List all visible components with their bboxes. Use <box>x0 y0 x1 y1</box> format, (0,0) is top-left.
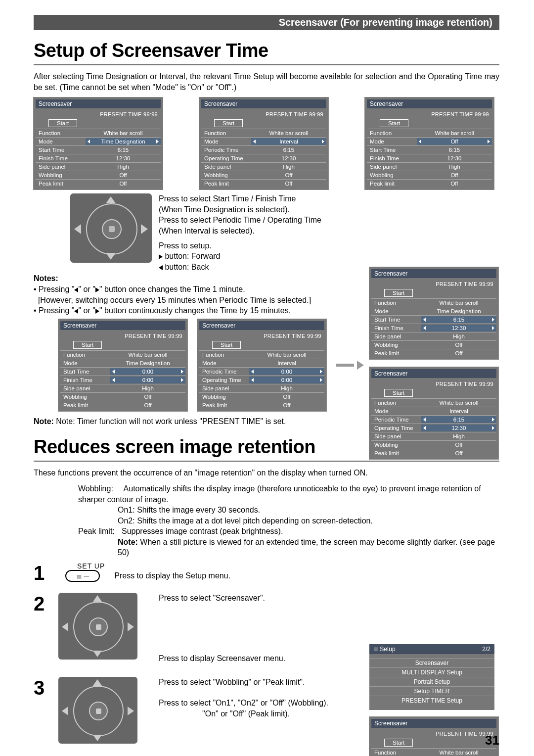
menu-item[interactable]: PRESENT TIME Setup <box>369 696 494 705</box>
osd-row-label: Operating Time <box>371 425 421 431</box>
osd-row-label: Periodic Time <box>371 417 421 423</box>
osd-row-value[interactable]: Off <box>251 172 326 179</box>
step-text: Press to select "On1", "On2" or "Off" (W… <box>159 699 328 708</box>
osd-row-value[interactable]: High <box>251 163 326 170</box>
osd-row-value[interactable]: 0:00 <box>249 377 324 383</box>
osd-row-value[interactable]: Off <box>417 138 492 145</box>
osd-row-value[interactable]: Off <box>421 341 496 348</box>
osd-row-label: Side panel <box>201 164 251 170</box>
osd-row-value[interactable]: Off <box>86 180 161 187</box>
instruction-line: (When Interval is selected). <box>159 226 499 236</box>
osd-row-value[interactable]: 6:15 <box>421 316 496 323</box>
osd-row-value[interactable]: Interval <box>421 408 496 415</box>
osd-row-value[interactable]: White bar scroll <box>110 351 185 358</box>
osd-row-value[interactable]: Off <box>86 172 161 179</box>
osd-row-value[interactable]: 12:30 <box>421 425 496 431</box>
osd-row-value[interactable]: Time Designation <box>110 360 185 367</box>
note-label: Note: <box>118 538 138 546</box>
osd-row-value[interactable]: White bar scroll <box>421 299 496 306</box>
osd-start-button[interactable]: Start <box>214 119 243 127</box>
feature-label: Wobbling: <box>78 483 122 494</box>
osd-row-value[interactable]: High <box>421 433 496 440</box>
osd-row-value[interactable]: White bar scroll <box>86 130 161 137</box>
osd-start-button[interactable]: Start <box>48 119 77 127</box>
osd-row-value[interactable]: Interval <box>249 360 324 367</box>
osd-row-value[interactable]: White bar scroll <box>417 130 492 137</box>
osd-row-label: Peak limit <box>371 350 421 356</box>
osd-row-value[interactable]: 6:15 <box>417 146 492 153</box>
osd-row-value[interactable]: Off <box>421 441 496 448</box>
osd-row-label: Side panel <box>36 164 86 170</box>
osd-row-value[interactable]: Off <box>421 350 496 357</box>
osd-row-value[interactable]: 0:00 <box>249 368 324 375</box>
osd-row-value[interactable]: High <box>421 333 496 340</box>
osd-present-time: PRESENT TIME 99:99 <box>371 280 496 289</box>
osd-row-value[interactable]: Off <box>417 172 492 179</box>
osd-row-value[interactable]: High <box>86 163 161 170</box>
instruction-text: button: Back <box>163 263 209 271</box>
osd-row-value[interactable]: White bar scroll <box>249 351 324 358</box>
osd-present-time: PRESENT TIME 99:99 <box>367 110 492 119</box>
osd-right-column: Screensaver PRESENT TIME 99:99 Start Fun… <box>369 267 498 459</box>
osd-panel-interval: Screensaver PRESENT TIME 99:99 Start Fun… <box>199 97 328 189</box>
osd-row-value[interactable]: 6:15 <box>86 146 161 153</box>
osd-present-time: PRESENT TIME 99:99 <box>60 332 185 341</box>
osd-row-value[interactable]: High <box>417 163 492 170</box>
osd-row-value[interactable]: 0:00 <box>110 377 185 383</box>
osd-start-button[interactable]: Start <box>384 389 413 397</box>
menu-title: Setup <box>380 646 395 653</box>
menu-item[interactable]: MULTI DISPLAY Setup <box>369 667 494 677</box>
osd-row-value[interactable]: Interval <box>251 138 326 145</box>
setup-button-icon[interactable]: ≣ ─ <box>65 570 100 582</box>
osd-row-label: Function <box>371 750 421 756</box>
osd-row-label: Start Time <box>60 369 110 375</box>
osd-row-value[interactable]: Off <box>249 402 324 409</box>
osd-row-label: Operating Time <box>201 155 251 161</box>
osd-row-value[interactable]: Time Designation <box>421 308 496 315</box>
osd-start-button[interactable]: Start <box>380 119 408 127</box>
intro-paragraph: After selecting Time Designation or Inte… <box>34 71 499 93</box>
menu-item[interactable]: Portrait Setup <box>369 677 494 686</box>
menu-item[interactable]: Screensaver <box>369 658 494 667</box>
osd-row-value[interactable]: White bar scroll <box>421 749 496 756</box>
osd-row-label: Mode <box>371 308 421 314</box>
step-number-2: 2 <box>34 593 44 615</box>
instruction-line: (When Time Designation is selected). <box>159 204 499 215</box>
osd-row-value[interactable]: 0:00 <box>110 368 185 375</box>
osd-row-value[interactable]: Time Designation <box>86 138 161 145</box>
osd-row-value[interactable]: 12:30 <box>417 155 492 162</box>
osd-row-value[interactable]: Off <box>251 180 326 187</box>
osd-row-value[interactable]: White bar scroll <box>251 130 326 137</box>
osd-row-value[interactable]: 12:30 <box>251 155 326 162</box>
osd-present-time: PRESENT TIME 99:99 <box>371 730 496 739</box>
osd-start-button[interactable]: Start <box>73 341 102 349</box>
osd-row-label: Mode <box>371 408 421 414</box>
osd-row-label: Start Time <box>371 317 421 323</box>
page-header: Screensaver (For preventing image retent… <box>34 15 499 30</box>
feature-label: Peak limit: <box>78 526 122 537</box>
osd-row-value[interactable]: High <box>110 385 185 392</box>
osd-row-value[interactable]: 6:15 <box>251 146 326 153</box>
osd-row-label: Function <box>371 300 421 306</box>
osd-row-value[interactable]: Off <box>421 450 496 457</box>
osd-row-label: Side panel <box>60 385 110 391</box>
osd-row-value[interactable]: Off <box>110 393 185 400</box>
osd-row-label: Wobbling <box>60 394 110 400</box>
osd-row-value[interactable]: 12:30 <box>421 325 496 331</box>
osd-start-button[interactable]: Start <box>384 739 413 747</box>
osd-row-value[interactable]: 6:15 <box>421 416 496 423</box>
osd-row-value[interactable]: Off <box>249 393 324 400</box>
osd-title: Screensaver <box>367 99 492 108</box>
osd-row-label: Operating Time <box>199 377 249 383</box>
osd-row-value[interactable]: 12:30 <box>86 155 161 162</box>
menu-item[interactable]: Setup TIMER <box>369 686 494 696</box>
left-arrow-icon <box>159 265 163 270</box>
remote-dpad-icon <box>70 193 152 263</box>
osd-start-button[interactable]: Start <box>384 289 413 297</box>
osd-row-value[interactable]: White bar scroll <box>421 399 496 406</box>
osd-start-button[interactable]: Start <box>212 341 241 349</box>
osd-panel-off: Screensaver PRESENT TIME 99:99 Start Fun… <box>365 97 494 189</box>
osd-row-value[interactable]: Off <box>417 180 492 187</box>
osd-row-value[interactable]: High <box>249 385 324 392</box>
osd-row-value[interactable]: Off <box>110 402 185 409</box>
